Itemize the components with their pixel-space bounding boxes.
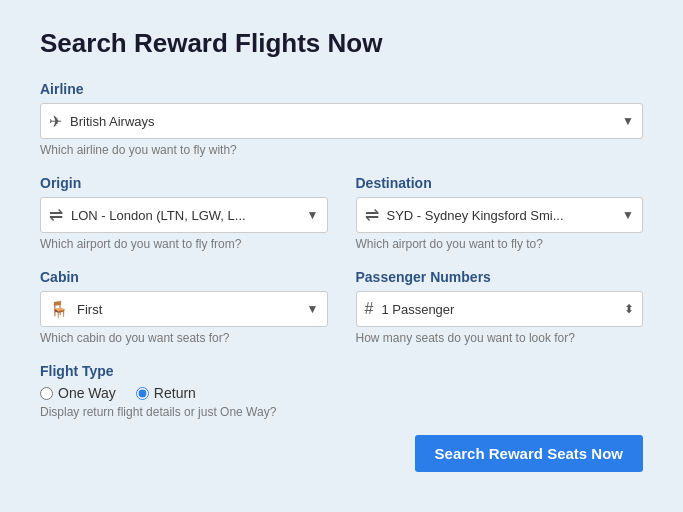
search-button-row: Search Reward Seats Now — [40, 435, 643, 472]
return-label: Return — [154, 385, 196, 401]
airline-select[interactable]: British Airways Qantas Emirates Singapor… — [70, 114, 634, 129]
one-way-label: One Way — [58, 385, 116, 401]
origin-airport-icon: ⇌ — [49, 205, 63, 226]
return-option[interactable]: Return — [136, 385, 196, 401]
destination-label: Destination — [356, 175, 644, 191]
passengers-input-wrapper[interactable]: # 1 Passenger 2 Passengers 3 Passengers … — [356, 291, 644, 327]
airline-input-wrapper[interactable]: ✈ British Airways Qantas Emirates Singap… — [40, 103, 643, 139]
cabin-select[interactable]: First Business Premium Economy Economy — [77, 302, 319, 317]
flight-type-options: One Way Return — [40, 385, 643, 401]
destination-select[interactable]: SYD - Sydney Kingsford Smi... JFK - New … — [387, 208, 635, 223]
passengers-select[interactable]: 1 Passenger 2 Passengers 3 Passengers 4 … — [381, 302, 634, 317]
origin-select[interactable]: LON - London (LTN, LGW, L... JFK - New Y… — [71, 208, 319, 223]
cabin-passengers-row: Cabin 🪑 First Business Premium Economy E… — [40, 269, 643, 345]
return-radio[interactable] — [136, 387, 149, 400]
cabin-group: Cabin 🪑 First Business Premium Economy E… — [40, 269, 328, 345]
search-button[interactable]: Search Reward Seats Now — [415, 435, 643, 472]
one-way-option[interactable]: One Way — [40, 385, 116, 401]
main-container: Search Reward Flights Now Airline ✈ Brit… — [0, 0, 683, 504]
flight-type-label: Flight Type — [40, 363, 643, 379]
destination-group: Destination ⇌ SYD - Sydney Kingsford Smi… — [356, 175, 644, 251]
flight-type-section: Flight Type One Way Return Display retur… — [40, 363, 643, 419]
origin-hint: Which airport do you want to fly from? — [40, 237, 328, 251]
passengers-hint: How many seats do you want to look for? — [356, 331, 644, 345]
origin-group: Origin ⇌ LON - London (LTN, LGW, L... JF… — [40, 175, 328, 251]
passengers-group: Passenger Numbers # 1 Passenger 2 Passen… — [356, 269, 644, 345]
one-way-radio[interactable] — [40, 387, 53, 400]
destination-hint: Which airport do you want to fly to? — [356, 237, 644, 251]
passengers-label: Passenger Numbers — [356, 269, 644, 285]
destination-input-wrapper[interactable]: ⇌ SYD - Sydney Kingsford Smi... JFK - Ne… — [356, 197, 644, 233]
origin-destination-row: Origin ⇌ LON - London (LTN, LGW, L... JF… — [40, 175, 643, 251]
cabin-hint: Which cabin do you want seats for? — [40, 331, 328, 345]
cabin-input-wrapper[interactable]: 🪑 First Business Premium Economy Economy… — [40, 291, 328, 327]
airline-hint: Which airline do you want to fly with? — [40, 143, 643, 157]
airline-label: Airline — [40, 81, 643, 97]
airline-section: Airline ✈ British Airways Qantas Emirate… — [40, 81, 643, 157]
origin-input-wrapper[interactable]: ⇌ LON - London (LTN, LGW, L... JFK - New… — [40, 197, 328, 233]
origin-label: Origin — [40, 175, 328, 191]
flight-type-hint: Display return flight details or just On… — [40, 405, 643, 419]
page-title: Search Reward Flights Now — [40, 28, 643, 59]
destination-airport-icon: ⇌ — [365, 205, 379, 226]
cabin-seat-icon: 🪑 — [49, 300, 69, 319]
plane-icon: ✈ — [49, 112, 62, 131]
cabin-label: Cabin — [40, 269, 328, 285]
passengers-hash-icon: # — [365, 300, 374, 318]
